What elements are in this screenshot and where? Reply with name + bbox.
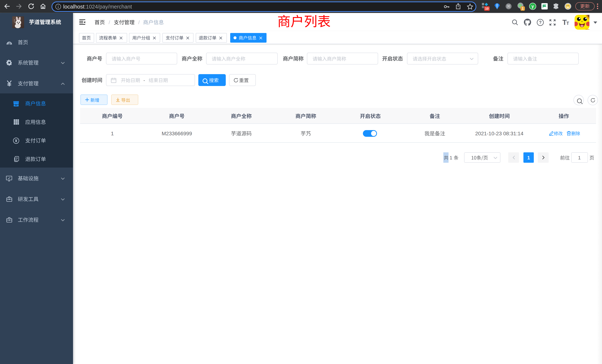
svg-text:T: T [566, 21, 569, 26]
svg-text:⌘: ⌘ [507, 4, 510, 8]
svg-text:T: T [562, 19, 567, 26]
svg-text:y: y [531, 4, 534, 9]
svg-text:?: ? [539, 20, 541, 25]
